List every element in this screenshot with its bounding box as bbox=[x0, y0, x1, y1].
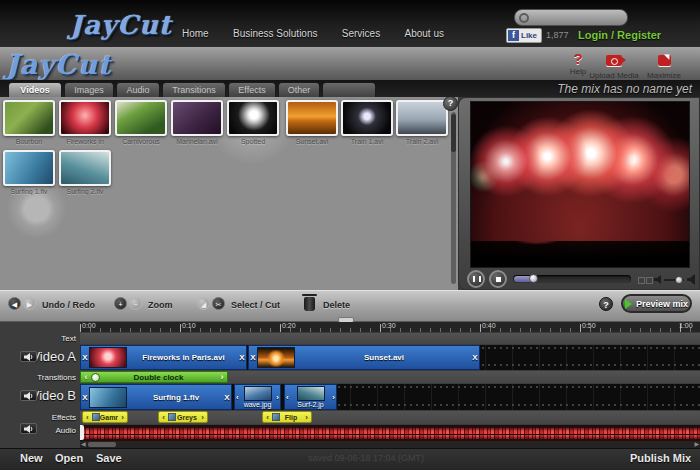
tab-images[interactable]: Images bbox=[64, 82, 114, 97]
search-icon bbox=[519, 13, 529, 23]
open-button[interactable]: Open bbox=[55, 452, 83, 464]
select-cut-label: Select / Cut bbox=[231, 300, 280, 310]
mute-audio-button[interactable] bbox=[20, 423, 37, 434]
library-item[interactable]: Sunset.avi bbox=[285, 100, 339, 145]
library-item[interactable]: Surfing 2.flv bbox=[58, 150, 112, 195]
app-logo: JayCut bbox=[6, 49, 112, 80]
stop-button[interactable] bbox=[489, 270, 507, 288]
thumbnail-image bbox=[286, 100, 338, 136]
tab-transitions[interactable]: Transitions bbox=[162, 82, 226, 97]
publish-mix-button[interactable]: Publish Mix bbox=[630, 452, 691, 464]
library-item[interactable]: Carnivorous bbox=[114, 100, 168, 145]
trim-handle-right[interactable]: › bbox=[302, 413, 311, 422]
trim-handle-right[interactable]: › bbox=[276, 385, 279, 409]
tab-effects[interactable]: Effects bbox=[228, 82, 276, 97]
trim-handle-left[interactable]: X bbox=[81, 353, 89, 362]
nav-about-us[interactable]: About us bbox=[404, 28, 443, 39]
redo-button[interactable]: ▶ bbox=[23, 297, 36, 310]
tab-other[interactable]: Other bbox=[278, 82, 320, 97]
library-item[interactable]: Spotted bbox=[226, 100, 280, 145]
frame-step-back-icon[interactable] bbox=[638, 277, 645, 284]
save-button[interactable]: Save bbox=[96, 452, 122, 464]
trim-handle-right[interactable]: › bbox=[198, 413, 207, 422]
trim-handle-right[interactable]: › bbox=[118, 413, 127, 422]
scrollbar-thumb[interactable] bbox=[451, 114, 456, 152]
library-item[interactable]: Fireworks in bbox=[58, 100, 112, 145]
track-audio[interactable] bbox=[80, 425, 700, 441]
pause-button[interactable] bbox=[467, 270, 485, 288]
trim-handle-left[interactable]: X bbox=[81, 393, 89, 402]
library-item[interactable]: Marinelan.avi bbox=[170, 100, 224, 145]
facebook-like-button[interactable]: f Like bbox=[506, 28, 542, 43]
clip-effect-flip[interactable]: ‹ Flip › bbox=[262, 411, 312, 423]
track-video-a[interactable]: X Fireworks in Paris.avi X X Sunset.avi … bbox=[80, 345, 700, 370]
login-register-link[interactable]: Login / Register bbox=[578, 29, 661, 41]
tab-videos[interactable]: Videos bbox=[8, 82, 62, 97]
frame-step-forward-icon[interactable] bbox=[646, 277, 653, 284]
trim-handle-left[interactable]: ‹ bbox=[83, 413, 92, 422]
trim-handle-right[interactable]: X bbox=[471, 353, 479, 362]
trim-handle-left[interactable]: X bbox=[249, 353, 257, 362]
clip-surfing-1[interactable]: X Surfing 1.flv X bbox=[80, 384, 232, 410]
zoom-in-button[interactable]: + bbox=[114, 297, 127, 310]
search-input[interactable] bbox=[514, 9, 628, 26]
trim-handle-left[interactable]: ‹ bbox=[159, 413, 168, 422]
preview-mix-button[interactable]: Preview mix bbox=[621, 294, 692, 313]
toolbar-help-button[interactable]: ? bbox=[599, 297, 613, 311]
scroll-right-icon[interactable]: ▶ bbox=[694, 441, 699, 448]
zoom-out-button[interactable]: − bbox=[129, 297, 142, 310]
seek-bar[interactable] bbox=[513, 275, 631, 283]
clip-sunset[interactable]: X Sunset.avi X bbox=[248, 345, 480, 370]
track-video-b[interactable]: X Surfing 1.flv X ‹ wave.jpg › ‹ Surf-2.… bbox=[80, 384, 700, 410]
tab-audio[interactable]: Audio bbox=[116, 82, 160, 97]
cut-tool-button[interactable]: ✂ bbox=[212, 297, 225, 310]
ruler-label: 1:00 bbox=[679, 322, 693, 329]
library-scrollbar[interactable] bbox=[451, 112, 456, 284]
track-label-audio: Audio bbox=[56, 426, 76, 435]
new-button[interactable]: New bbox=[20, 452, 43, 464]
trash-icon[interactable] bbox=[304, 297, 315, 311]
tab-blank[interactable] bbox=[322, 82, 376, 97]
clip-effect-greys[interactable]: ‹ Greys › bbox=[158, 411, 208, 423]
volume-slider[interactable] bbox=[664, 279, 684, 281]
timeline-scrollbar[interactable]: ◀ ▶ bbox=[80, 441, 700, 448]
track-label-text: Text bbox=[61, 334, 76, 343]
mute-video-a-button[interactable] bbox=[20, 351, 37, 362]
effect-icon bbox=[92, 413, 100, 421]
clip-fireworks[interactable]: X Fireworks in Paris.avi X bbox=[80, 345, 247, 370]
track-text[interactable] bbox=[80, 333, 700, 344]
select-tool-button[interactable]: ◢ bbox=[197, 297, 210, 310]
trim-handle-right[interactable]: X bbox=[223, 393, 231, 402]
trim-handle-right[interactable]: › bbox=[217, 372, 227, 382]
clip-wave-jpg[interactable]: ‹ wave.jpg › bbox=[234, 384, 281, 410]
clip-surf-2[interactable]: ‹ Surf-2.jp › bbox=[284, 384, 337, 410]
library-item[interactable]: Train 2.avi bbox=[395, 100, 449, 145]
undo-button[interactable]: ◀ bbox=[8, 297, 21, 310]
audio-trim-handle[interactable] bbox=[80, 425, 84, 440]
library-item[interactable]: Train 1.avi bbox=[340, 100, 394, 145]
track-transitions[interactable]: ‹ Double clock › bbox=[80, 371, 700, 383]
library-help-button[interactable]: ? bbox=[443, 96, 458, 111]
library-item[interactable]: Surfing 1.flv bbox=[2, 150, 56, 195]
site-logo[interactable]: JayCut bbox=[70, 10, 172, 40]
track-effects[interactable]: ‹ Gamr › ‹ Greys › ‹ Flip › bbox=[80, 411, 700, 424]
trim-handle-left[interactable]: ‹ bbox=[286, 385, 289, 409]
nav-home[interactable]: Home bbox=[182, 28, 209, 39]
timeline-ruler[interactable]: 0:00 0:10 0:20 0:30 0:40 0:50 1:00 bbox=[80, 322, 700, 332]
volume-handle[interactable] bbox=[675, 276, 683, 284]
scroll-left-icon[interactable]: ◀ bbox=[81, 441, 86, 448]
trim-handle-left[interactable]: ‹ bbox=[81, 372, 91, 382]
clip-effect-gamr[interactable]: ‹ Gamr › bbox=[82, 411, 128, 423]
trim-handle-right[interactable]: X bbox=[238, 353, 246, 362]
library-item[interactable]: Bourbon bbox=[2, 100, 56, 145]
nav-business-solutions[interactable]: Business Solutions bbox=[233, 28, 318, 39]
clip-double-clock[interactable]: ‹ Double clock › bbox=[80, 371, 228, 383]
seek-handle[interactable] bbox=[529, 274, 538, 283]
mute-video-b-button[interactable] bbox=[20, 390, 37, 401]
trim-handle-left[interactable]: ‹ bbox=[236, 385, 239, 409]
nav-services[interactable]: Services bbox=[342, 28, 380, 39]
maximize-button[interactable]: Maximize bbox=[632, 52, 696, 80]
trim-handle-left[interactable]: ‹ bbox=[263, 413, 272, 422]
scrollbar-thumb[interactable] bbox=[88, 442, 116, 447]
trim-handle-right[interactable]: › bbox=[332, 385, 335, 409]
